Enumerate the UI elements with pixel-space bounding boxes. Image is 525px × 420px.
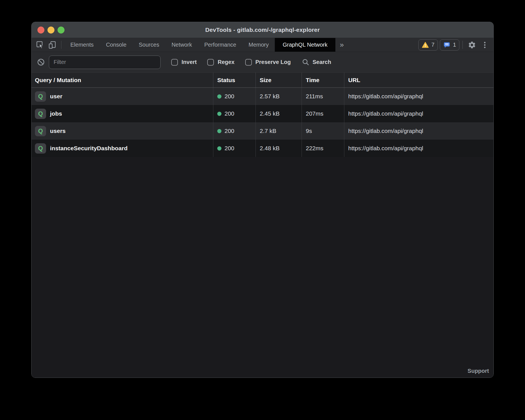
desktop: { "window": { "title": "DevTools - gitla…	[0, 0, 525, 420]
issues-badge[interactable]: 1	[440, 39, 459, 51]
status-code: 200	[225, 110, 234, 117]
tab-performance[interactable]: Performance	[198, 38, 243, 52]
tab-graphql-network[interactable]: GraphQL Network	[275, 38, 335, 52]
requests-empty-area: Support	[32, 157, 493, 378]
response-size: 2.48 kB	[256, 140, 302, 157]
inspect-element-button[interactable]	[34, 38, 46, 52]
invert-checkbox[interactable]	[171, 59, 178, 66]
query-type-letter: Q	[38, 93, 43, 100]
query-type-badge: Q	[35, 91, 46, 102]
response-size: 2.57 kB	[256, 88, 302, 105]
device-toolbar-icon	[48, 41, 56, 49]
tab-console[interactable]: Console	[100, 38, 132, 52]
devtools-tabbar: Elements Console Sources Network Perform…	[32, 38, 493, 52]
column-header-size[interactable]: Size	[256, 73, 302, 87]
more-tabs-button[interactable]: »	[335, 38, 348, 52]
column-header-query-mutation[interactable]: Query / Mutation	[32, 73, 213, 87]
clear-requests-button[interactable]	[37, 58, 45, 66]
preserve-log-checkbox[interactable]	[245, 59, 252, 66]
toolbar-divider	[61, 41, 61, 49]
regex-label[interactable]: Regex	[218, 59, 234, 65]
status-code: 200	[225, 93, 234, 100]
regex-filter-group: Regex	[207, 59, 234, 66]
query-name-cell: Q user	[32, 88, 213, 105]
issue-count: 1	[453, 42, 456, 48]
request-url: https://gitlab.com/api/graphql	[344, 105, 493, 122]
message-bubble-icon	[443, 41, 450, 49]
more-options-button[interactable]	[478, 38, 491, 52]
response-time: 207ms	[302, 105, 344, 122]
search-button[interactable]: Search	[302, 58, 331, 66]
response-size: 2.45 kB	[256, 105, 302, 122]
query-type-letter: Q	[38, 110, 43, 117]
response-time: 222ms	[302, 140, 344, 157]
status-ok-dot	[217, 112, 221, 116]
column-header-url[interactable]: URL	[344, 73, 493, 87]
request-name: instanceSecurityDashboard	[50, 145, 128, 152]
query-name-cell: Q users	[32, 122, 213, 140]
tab-elements[interactable]: Elements	[64, 38, 100, 52]
invert-label[interactable]: Invert	[182, 59, 197, 65]
status-cell: 200	[213, 122, 256, 140]
query-name-cell: Q jobs	[32, 105, 213, 122]
tab-memory[interactable]: Memory	[242, 38, 275, 52]
warnings-badge[interactable]: 7	[418, 39, 438, 51]
query-type-badge: Q	[35, 143, 46, 154]
tabbar-spacer	[348, 38, 418, 52]
requests-table-body: Q user 200 2.57 kB 211ms https://gitlab.…	[32, 88, 493, 157]
warning-triangle-icon	[422, 41, 429, 49]
kebab-menu-icon	[481, 41, 488, 49]
status-ok-dot	[217, 146, 221, 151]
requests-table-header: Query / Mutation Status Size Time URL	[32, 72, 493, 88]
table-row[interactable]: Q jobs 200 2.45 kB 207ms https://gitlab.…	[32, 105, 493, 122]
filter-toolbar: Invert Regex Preserve Log Search	[32, 52, 493, 72]
traffic-lights	[37, 22, 65, 38]
filter-input[interactable]	[49, 56, 161, 69]
response-time: 9s	[302, 122, 344, 140]
request-name: jobs	[50, 110, 62, 117]
request-name: users	[50, 128, 66, 134]
status-code: 200	[225, 145, 234, 152]
request-url: https://gitlab.com/api/graphql	[344, 88, 493, 105]
query-type-letter: Q	[38, 127, 43, 135]
inspect-cursor-icon	[36, 40, 44, 49]
request-url: https://gitlab.com/api/graphql	[344, 140, 493, 157]
response-time: 211ms	[302, 88, 344, 105]
zoom-button[interactable]	[58, 27, 65, 34]
table-row[interactable]: Q users 200 2.7 kB 9s https://gitlab.com…	[32, 122, 493, 140]
tab-sources[interactable]: Sources	[133, 38, 165, 52]
query-type-badge: Q	[35, 126, 46, 136]
column-header-status[interactable]: Status	[213, 73, 256, 87]
devtools-window: DevTools - gitlab.com/-/graphql-explorer…	[31, 22, 494, 378]
table-row[interactable]: Q user 200 2.57 kB 211ms https://gitlab.…	[32, 88, 493, 105]
status-cell: 200	[213, 140, 256, 157]
chevron-double-right-icon: »	[340, 40, 344, 49]
warning-count: 7	[431, 42, 435, 48]
response-size: 2.7 kB	[256, 122, 302, 140]
preserve-log-label[interactable]: Preserve Log	[256, 59, 291, 65]
request-name: user	[50, 93, 62, 100]
status-ok-dot	[217, 94, 221, 99]
status-cell: 200	[213, 88, 256, 105]
gear-icon	[468, 41, 476, 49]
request-url: https://gitlab.com/api/graphql	[344, 122, 493, 140]
query-type-letter: Q	[38, 145, 43, 152]
tab-network[interactable]: Network	[165, 38, 198, 52]
toolbar-divider	[462, 41, 463, 49]
column-header-time[interactable]: Time	[302, 73, 344, 87]
query-type-badge: Q	[35, 109, 46, 119]
window-title: DevTools - gitlab.com/-/graphql-explorer	[205, 27, 320, 33]
minimize-button[interactable]	[47, 27, 54, 34]
search-label: Search	[312, 59, 331, 65]
search-icon	[302, 58, 309, 66]
support-link[interactable]: Support	[467, 368, 489, 374]
close-button[interactable]	[37, 27, 44, 34]
table-row[interactable]: Q instanceSecurityDashboard 200 2.48 kB …	[32, 140, 493, 157]
settings-button[interactable]	[466, 38, 478, 52]
device-toolbar-button[interactable]	[46, 38, 58, 52]
query-name-cell: Q instanceSecurityDashboard	[32, 140, 213, 157]
status-code: 200	[225, 128, 234, 134]
regex-checkbox[interactable]	[207, 59, 214, 66]
block-icon	[37, 58, 45, 66]
invert-filter-group: Invert	[171, 59, 197, 66]
